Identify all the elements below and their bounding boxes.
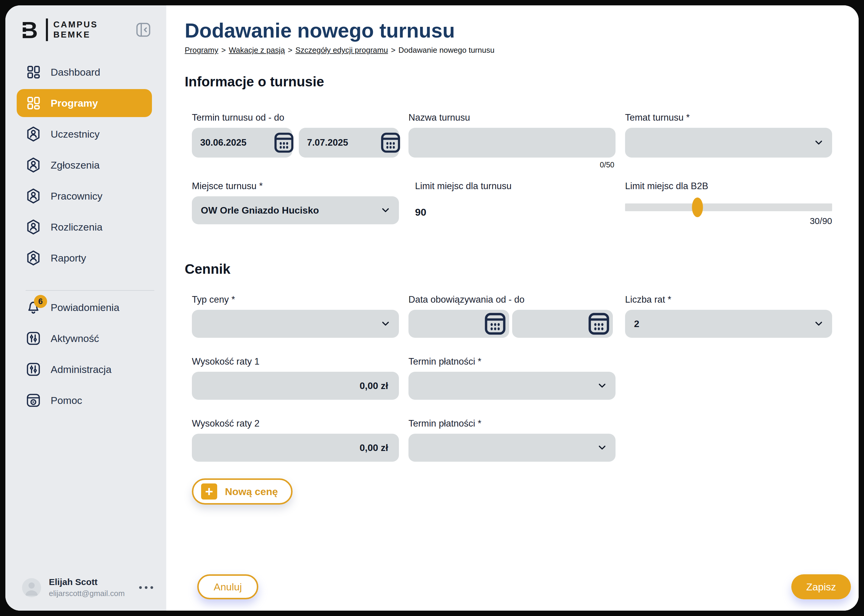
sidebar-item-label: Administracja bbox=[51, 364, 112, 375]
liczba-rat-select[interactable]: 2 bbox=[625, 310, 832, 338]
sidebar-item-raporty[interactable]: Raporty bbox=[5, 242, 166, 273]
sliders-icon bbox=[25, 361, 42, 378]
calendar-icon[interactable] bbox=[484, 311, 507, 337]
campus-bemke-logo: B CAMPUS BEMKE bbox=[22, 19, 98, 41]
miejsce-turnusu-select[interactable]: OW Orle Gniazdo Hucisko bbox=[192, 196, 399, 224]
sidebar-item-administracja[interactable]: Administracja bbox=[5, 354, 166, 385]
section-heading-informacje: Informacje o turnusie bbox=[185, 74, 835, 90]
breadcrumb-szczegoly-edycji[interactable]: Szczegóły edycji programu bbox=[295, 46, 388, 55]
video-help-icon bbox=[25, 392, 42, 409]
chevron-down-icon bbox=[380, 205, 391, 215]
logo-text: CAMPUS BEMKE bbox=[53, 20, 98, 39]
form-footer: Anuluj Zapisz bbox=[197, 574, 851, 599]
termin-platnosci-2-select[interactable] bbox=[408, 434, 616, 462]
wysokosc-raty-1-input[interactable]: 0,00 zł bbox=[192, 372, 399, 400]
section-heading-cennik: Cennik bbox=[185, 261, 835, 277]
date-from-input[interactable]: 30.06.2025 bbox=[192, 128, 292, 157]
termin-platnosci-1-label: Termin płatności * bbox=[408, 356, 616, 367]
user-email: elijarscott@gmail.com bbox=[49, 589, 131, 598]
person-hexagon-icon bbox=[25, 250, 42, 266]
sidebar-item-uczestnicy[interactable]: Uczestnicy bbox=[5, 119, 166, 149]
b2b-slider-thumb[interactable] bbox=[692, 198, 703, 217]
calendar-icon[interactable] bbox=[380, 130, 401, 155]
sidebar-item-powiadomienia[interactable]: 6 Powiadomienia bbox=[5, 292, 166, 323]
sidebar-item-rozliczenia[interactable]: Rozliczenia bbox=[5, 212, 166, 242]
cancel-button[interactable]: Anuluj bbox=[197, 574, 258, 599]
breadcrumb-programy[interactable]: Programy bbox=[185, 46, 218, 55]
chevron-down-icon bbox=[814, 319, 824, 329]
person-hexagon-icon bbox=[25, 218, 42, 235]
sidebar-divider bbox=[26, 290, 154, 291]
add-price-button[interactable]: + Nową cenę bbox=[192, 478, 292, 504]
sliders-icon bbox=[25, 330, 42, 347]
breadcrumb-separator: > bbox=[391, 46, 395, 55]
data-do-input[interactable] bbox=[512, 310, 613, 338]
sidebar-item-label: Powiadomienia bbox=[51, 302, 119, 313]
sidebar-item-label: Uczestnicy bbox=[51, 128, 99, 140]
plus-icon: + bbox=[201, 484, 217, 500]
typ-ceny-label: Typ ceny * bbox=[192, 294, 399, 305]
chevron-down-icon bbox=[814, 138, 824, 148]
sidebar-item-dashboard[interactable]: Dashboard bbox=[5, 57, 166, 88]
logo-b-mark-icon: B bbox=[22, 19, 41, 41]
nazwa-turnusu-input[interactable] bbox=[408, 128, 616, 157]
char-counter: 0/50 bbox=[600, 160, 614, 169]
svg-text:B: B bbox=[22, 19, 38, 41]
sidebar-item-pracownicy[interactable]: Pracownicy bbox=[5, 181, 166, 212]
sidebar-item-label: Raporty bbox=[51, 252, 86, 264]
main-content: Dodawanie nowego turnusu Programy > Waka… bbox=[166, 5, 859, 611]
grid-icon bbox=[25, 64, 42, 80]
breadcrumb-wakacje-z-pasja[interactable]: Wakacje z pasją bbox=[229, 46, 285, 55]
data-od-input[interactable] bbox=[408, 310, 509, 338]
breadcrumb: Programy > Wakacje z pasją > Szczegóły e… bbox=[185, 46, 835, 55]
chevron-down-icon bbox=[597, 381, 607, 391]
breadcrumb-separator: > bbox=[288, 46, 292, 55]
wysokosc-raty-2-input[interactable]: 0,00 zł bbox=[192, 434, 399, 462]
sidebar-item-programy[interactable]: Programy bbox=[17, 89, 152, 117]
sidebar-collapse-icon[interactable] bbox=[134, 19, 153, 41]
save-button[interactable]: Zapisz bbox=[791, 574, 851, 599]
calendar-icon[interactable] bbox=[273, 130, 295, 155]
chevron-down-icon bbox=[597, 443, 607, 453]
sidebar-item-label: Pracownicy bbox=[51, 190, 102, 202]
user-profile: Elijah Scott elijarscott@gmail.com bbox=[22, 577, 153, 598]
limit-b2b-label: Limit miejsc dla B2B bbox=[625, 181, 832, 192]
liczba-rat-label: Liczba rat * bbox=[625, 294, 832, 305]
nazwa-turnusu-label: Nazwa turnusu bbox=[408, 112, 616, 123]
b2b-slider[interactable] bbox=[625, 203, 832, 211]
data-obowiazywania-label: Data obowiązywania od - do bbox=[408, 294, 616, 305]
miejsce-turnusu-label: Miejsce turnusu * bbox=[192, 181, 399, 192]
termin-platnosci-1-select[interactable] bbox=[408, 372, 616, 400]
typ-ceny-select[interactable] bbox=[192, 310, 399, 338]
sidebar-item-pomoc[interactable]: Pomoc bbox=[5, 385, 166, 416]
person-hexagon-icon bbox=[25, 126, 42, 142]
temat-turnusu-select[interactable] bbox=[625, 128, 832, 157]
wysokosc-raty-2-label: Wysokość raty 2 bbox=[192, 418, 399, 429]
breadcrumb-current: Dodawanie nowego turnusu bbox=[398, 46, 494, 55]
app-window: B CAMPUS BEMKE Dashboa bbox=[5, 5, 859, 611]
termin-platnosci-2-label: Termin płatności * bbox=[408, 418, 616, 429]
sidebar: B CAMPUS BEMKE Dashboa bbox=[5, 5, 166, 611]
sidebar-item-aktywnosc[interactable]: Aktywność bbox=[5, 323, 166, 354]
avatar bbox=[22, 578, 41, 597]
sidebar-item-label: Pomoc bbox=[51, 395, 82, 406]
sidebar-item-label: Programy bbox=[51, 97, 98, 109]
termin-turnusu-label: Termin turnusu od - do bbox=[192, 112, 399, 123]
primary-nav: Dashboard Programy Uczestnicy Zgłoszenia bbox=[5, 57, 166, 416]
sidebar-item-zgloszenia[interactable]: Zgłoszenia bbox=[5, 149, 166, 181]
wysokosc-raty-1-label: Wysokość raty 1 bbox=[192, 356, 399, 367]
limit-miejsc-label: Limit miejsc dla turnusu bbox=[408, 181, 616, 192]
sidebar-item-label: Rozliczenia bbox=[51, 221, 102, 233]
page-title: Dodawanie nowego turnusu bbox=[185, 20, 835, 41]
date-to-input[interactable]: 7.07.2025 bbox=[299, 128, 399, 157]
calendar-icon[interactable] bbox=[587, 311, 611, 337]
sidebar-item-label: Aktywność bbox=[51, 333, 99, 344]
person-hexagon-icon bbox=[25, 157, 42, 173]
user-menu-dots-icon[interactable] bbox=[139, 583, 153, 592]
logo-divider bbox=[46, 19, 48, 41]
chevron-down-icon bbox=[380, 319, 391, 329]
sidebar-item-label: Dashboard bbox=[51, 66, 100, 78]
sidebar-item-label: Zgłoszenia bbox=[51, 159, 99, 171]
limit-miejsc-value: 90 bbox=[408, 196, 616, 218]
b2b-slider-caption: 30/90 bbox=[625, 216, 832, 226]
